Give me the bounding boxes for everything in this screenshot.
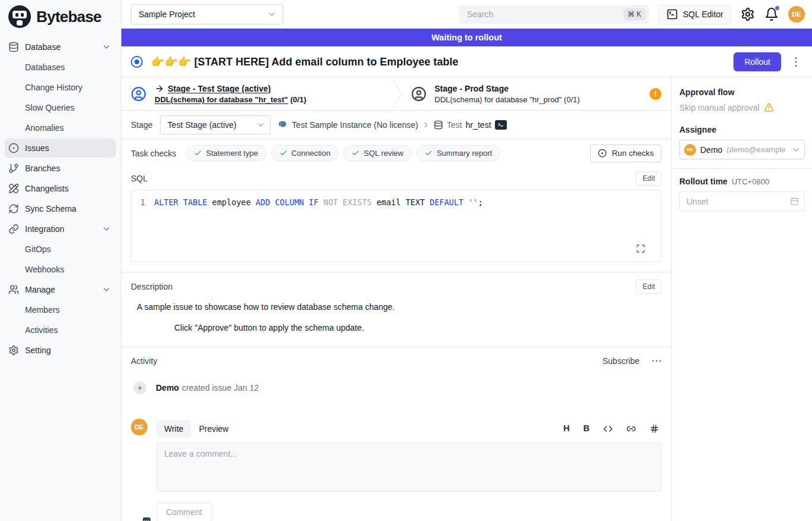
open-sql-editor-icon[interactable] [495, 120, 507, 130]
sql-editor-button[interactable]: SQL Editor [659, 5, 731, 24]
gear-icon[interactable] [741, 7, 755, 21]
tab-preview[interactable]: Preview [191, 420, 236, 438]
link-icon [8, 224, 19, 234]
sidebar-item-label: Database [25, 42, 61, 52]
sql-code-editor: 1 ALTER TABLE employee ADD COLUMN IF NOT… [131, 190, 661, 262]
sidebar-item-manage[interactable]: Manage [5, 280, 116, 299]
chevron-down-icon [256, 120, 265, 130]
description-edit-button[interactable]: Edit [636, 280, 661, 294]
timezone-label: UTC+0800 [732, 177, 769, 186]
task-checks-label: Task checks [131, 149, 176, 158]
speech-bubble-badge-icon: ••• [143, 517, 151, 521]
line-number: 1 [131, 196, 154, 208]
status-banner: Waiting to rollout [121, 29, 812, 46]
sidebar-item-database[interactable]: Database [5, 37, 116, 57]
sidebar-item-members[interactable]: Members [5, 300, 116, 319]
topbar-right: ⌘ K SQL Editor DE [459, 5, 805, 24]
check-pill-summary-report[interactable]: Summary report [416, 145, 500, 161]
heading-format-icon[interactable]: H [563, 424, 569, 433]
brand-logo[interactable]: Bytebase [0, 0, 121, 33]
comment-avatar: DE [131, 419, 148, 435]
check-pill-connection[interactable]: Connection [271, 145, 339, 161]
approval-flow-value: Skip manual approval [679, 103, 760, 112]
stage-card-prod[interactable]: Stage - Prod Stage DDL(schema) for datab… [402, 77, 672, 110]
environment-label: Test [447, 120, 462, 130]
sidebar-item-webhooks[interactable]: Webhooks [5, 260, 116, 279]
sidebar-item-change-history[interactable]: Change History [5, 78, 116, 97]
assignee-select[interactable]: DE Demo (demo@example [679, 140, 805, 159]
sidebar-item-gitops[interactable]: GitOps [5, 240, 116, 259]
user-avatar[interactable]: DE [788, 6, 805, 23]
description-line: Click "Approve" button to apply the sche… [174, 323, 661, 332]
issue-side-panel: Approval flow Skip manual approval Assig… [671, 77, 812, 521]
stage-title: Stage - Test Stage (active) [168, 84, 271, 93]
stage-card-test[interactable]: Stage - Test Stage (active) DDL(schema) … [121, 77, 391, 110]
check-icon [194, 149, 202, 157]
hash-format-icon[interactable] [650, 424, 659, 434]
sidebar-item-branches[interactable]: Branches [5, 159, 116, 178]
sidebar-item-setting[interactable]: Setting [5, 341, 116, 360]
subscribe-button[interactable]: Subscribe [603, 356, 639, 366]
description-section: Description Edit A sample issue to showc… [121, 272, 671, 347]
pencil-ruler-icon [8, 183, 19, 194]
stage-task-link[interactable]: DDL(schema) for database "hr_test" [155, 95, 288, 104]
more-menu-icon[interactable]: ⋯ [651, 356, 661, 366]
issue-content: Stage - Test Stage (active) DDL(schema) … [121, 77, 671, 521]
arrow-right-icon [155, 84, 164, 93]
issue-circle-dot-icon [8, 143, 19, 153]
brand-name: Bytebase [36, 8, 101, 26]
bell-icon[interactable] [764, 7, 779, 21]
instance-link[interactable]: Test Sample Instance (No license) [292, 120, 418, 130]
check-pill-statement-type[interactable]: Statement type [186, 145, 266, 161]
users-icon [8, 284, 19, 295]
stage-selector-row: Stage Test Stage (active) Test Sample In… [121, 111, 671, 139]
kebab-menu-icon[interactable]: ⋮ [789, 55, 802, 68]
comment-submit-button[interactable]: Comment [156, 503, 212, 521]
code-format-icon[interactable] [603, 424, 613, 434]
sidebar-item-integration[interactable]: Integration [5, 219, 116, 238]
search-input[interactable] [466, 9, 623, 20]
task-checks-row: Task checks Statement type Connection SQ… [121, 139, 671, 167]
check-pill-sql-review[interactable]: SQL review [343, 145, 412, 161]
sql-section: SQL Edit 1 ALTER TABLE employee ADD COLU… [121, 167, 671, 272]
sql-edit-button[interactable]: Edit [636, 171, 661, 186]
check-icon [425, 149, 432, 157]
rollout-time-label: Rollout time [679, 177, 728, 186]
sidebar-nav: Database Databases Change History Slow Q… [0, 33, 121, 360]
approval-flow-label: Approval flow [679, 87, 805, 97]
sidebar-item-issues[interactable]: Issues [5, 139, 116, 158]
comment-textarea[interactable] [156, 442, 661, 492]
sidebar-item-activities[interactable]: Activities [5, 321, 116, 340]
issue-header: 👉👉👉 [START HERE] Add email column to Emp… [121, 46, 812, 77]
sql-section-title: SQL [131, 174, 148, 183]
project-select-value: Sample Project [139, 10, 267, 19]
link-format-icon[interactable] [626, 424, 636, 434]
stage-label: Stage [131, 120, 153, 130]
sidebar-item-anomalies[interactable]: Anomalies [5, 118, 116, 137]
content-row: Stage - Test Stage (active) DDL(schema) … [121, 77, 812, 521]
rollout-time-input[interactable]: Unset [679, 192, 805, 211]
sidebar-item-sync-schema[interactable]: Sync Schema [5, 199, 116, 218]
stage-select[interactable]: Test Stage (active) [160, 115, 271, 134]
database-link[interactable]: hr_test [466, 120, 491, 130]
activity-section-title: Activity [131, 356, 157, 366]
comment-form: DE ••• Write Preview H B [131, 419, 661, 521]
bold-format-icon[interactable]: B [584, 424, 590, 433]
rollout-time-value: Unset [686, 197, 790, 206]
fullscreen-expand-icon[interactable] [636, 244, 645, 253]
chevron-down-icon [102, 224, 111, 234]
user-circle-icon [411, 86, 427, 102]
sidebar-item-slow-queries[interactable]: Slow Queries [5, 98, 116, 117]
search-box[interactable]: ⌘ K [459, 5, 649, 24]
tab-write[interactable]: Write [156, 420, 191, 438]
run-checks-button[interactable]: Run checks [590, 145, 661, 162]
rollout-button[interactable]: Rollout [733, 52, 781, 71]
issue-title: 👉👉👉 [START HERE] Add email column to Emp… [151, 55, 725, 68]
activity-section: Activity Subscribe ⋯ + Democreated issue… [121, 347, 671, 521]
database-icon [8, 42, 19, 52]
search-shortcut-badge: ⌘ K [623, 8, 645, 20]
sync-refresh-icon [8, 203, 19, 214]
project-select[interactable]: Sample Project [131, 4, 283, 24]
sidebar-item-databases[interactable]: Databases [5, 58, 116, 77]
sidebar-item-changelists[interactable]: Changelists [5, 179, 116, 198]
